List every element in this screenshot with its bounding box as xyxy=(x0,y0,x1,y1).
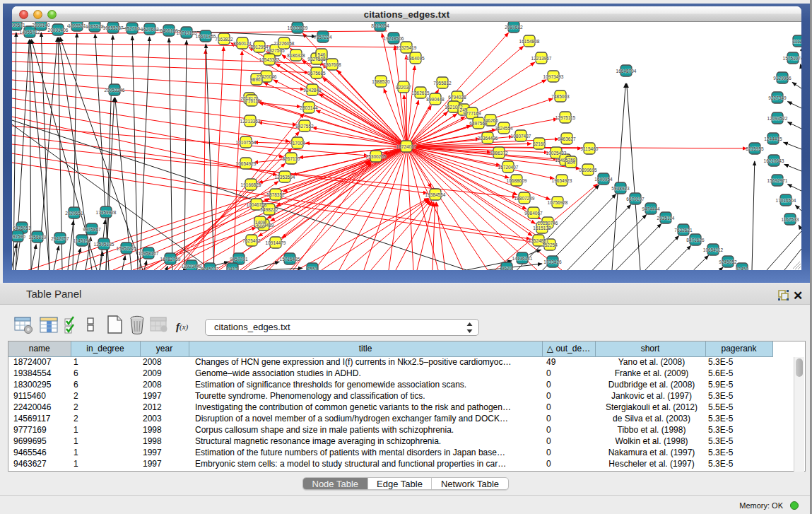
svg-text:10655287: 10655287 xyxy=(103,25,124,30)
svg-text:3624554: 3624554 xyxy=(495,126,513,131)
svg-text:2803144: 2803144 xyxy=(300,105,318,110)
svg-text:7625402: 7625402 xyxy=(242,238,261,243)
svg-text:62160: 62160 xyxy=(533,141,546,146)
svg-text:10756928: 10756928 xyxy=(548,200,568,205)
svg-text:9457791: 9457791 xyxy=(230,257,248,262)
svg-text:8813054: 8813054 xyxy=(371,23,389,28)
svg-text:18724007: 18724007 xyxy=(396,144,417,149)
svg-text:92450: 92450 xyxy=(736,267,748,271)
svg-text:6497568: 6497568 xyxy=(469,121,488,126)
svg-text:1640954: 1640954 xyxy=(594,177,613,182)
svg-text:17016504: 17016504 xyxy=(776,198,796,203)
svg-text:1615132: 1615132 xyxy=(533,226,551,230)
svg-text:19166825: 19166825 xyxy=(241,182,261,187)
svg-text:9084067: 9084067 xyxy=(524,211,543,216)
svg-text:2099140: 2099140 xyxy=(32,23,50,28)
svg-text:2935114: 2935114 xyxy=(657,216,675,221)
svg-text:8215955: 8215955 xyxy=(746,146,764,151)
svg-text:9474444: 9474444 xyxy=(642,206,660,211)
svg-text:1065521: 1065521 xyxy=(68,23,86,28)
svg-text:804: 804 xyxy=(567,160,575,165)
svg-text:9227349: 9227349 xyxy=(768,95,787,100)
svg-text:25300205: 25300205 xyxy=(366,154,387,159)
svg-text:10046758: 10046758 xyxy=(247,202,267,207)
svg-text:3675685: 3675685 xyxy=(307,71,326,76)
svg-text:7857224: 7857224 xyxy=(314,35,332,40)
svg-text:6794028: 6794028 xyxy=(448,95,466,100)
svg-text:1733426: 1733426 xyxy=(543,259,562,264)
svg-text:2942757: 2942757 xyxy=(51,236,69,241)
svg-text:1716116: 1716116 xyxy=(243,98,261,103)
svg-text:152760: 152760 xyxy=(124,26,140,31)
svg-text:9129966: 9129966 xyxy=(773,76,792,81)
svg-text:9413: 9413 xyxy=(228,267,238,271)
svg-text:12093522: 12093522 xyxy=(767,116,788,121)
svg-text:1588520: 1588520 xyxy=(372,79,390,84)
svg-text:12505135: 12505135 xyxy=(94,242,114,247)
svg-text:20053346: 20053346 xyxy=(105,88,125,93)
svg-text:15716485: 15716485 xyxy=(280,257,300,262)
svg-text:10958107: 10958107 xyxy=(139,251,159,256)
svg-text:8660124: 8660124 xyxy=(233,41,252,46)
svg-text:9115460: 9115460 xyxy=(581,146,599,151)
svg-text:822037: 822037 xyxy=(396,85,411,90)
svg-text:14136141: 14136141 xyxy=(512,256,533,261)
svg-text:12923448: 12923448 xyxy=(182,264,202,269)
svg-text:10807487: 10807487 xyxy=(511,134,531,139)
svg-text:7551: 7551 xyxy=(307,267,318,271)
svg-text:391590: 391590 xyxy=(12,234,25,239)
svg-text:19384554: 19384554 xyxy=(425,192,446,197)
svg-text:546: 546 xyxy=(318,52,326,57)
svg-text:5938923: 5938923 xyxy=(611,186,630,191)
svg-text:16154808: 16154808 xyxy=(519,39,540,44)
svg-text:17957225: 17957225 xyxy=(117,246,137,251)
svg-text:7986372: 7986372 xyxy=(490,151,508,156)
svg-text:10107554: 10107554 xyxy=(236,140,257,145)
svg-text:16033809: 16033809 xyxy=(288,25,308,30)
svg-text:8427552: 8427552 xyxy=(295,124,314,129)
svg-text:13325419: 13325419 xyxy=(396,45,417,50)
svg-text:8471626: 8471626 xyxy=(686,238,705,243)
svg-text:9245012: 9245012 xyxy=(201,267,219,271)
svg-text:1145194: 1145194 xyxy=(73,238,91,243)
svg-text:7955812: 7955812 xyxy=(433,81,452,86)
svg-text:7163822: 7163822 xyxy=(215,37,233,42)
svg-text:16210643: 16210643 xyxy=(764,158,784,163)
svg-text:11123: 11123 xyxy=(792,39,801,44)
svg-text:12213363: 12213363 xyxy=(240,119,261,124)
svg-text:1409: 1409 xyxy=(255,220,266,225)
svg-text:10543382: 10543382 xyxy=(259,57,280,62)
svg-text:10120746: 10120746 xyxy=(538,221,558,226)
svg-text:1362615: 1362615 xyxy=(411,90,430,95)
svg-text:9327505: 9327505 xyxy=(266,48,285,53)
svg-text:417004: 417004 xyxy=(290,141,305,146)
svg-text:10914479: 10914479 xyxy=(266,240,286,245)
svg-text:9463627: 9463627 xyxy=(558,136,576,141)
svg-text:10719155: 10719155 xyxy=(177,30,197,35)
svg-text:8990448: 8990448 xyxy=(426,97,445,102)
svg-text:20364436: 20364436 xyxy=(478,136,498,141)
svg-text:19218506: 19218506 xyxy=(384,36,404,41)
svg-text:9620: 9620 xyxy=(502,266,512,271)
svg-text:1244415: 1244415 xyxy=(764,136,782,141)
svg-text:7485003: 7485003 xyxy=(551,94,570,99)
svg-text:12975115: 12975115 xyxy=(555,115,576,120)
svg-text:5498222: 5498222 xyxy=(260,207,278,212)
svg-text:10688609: 10688609 xyxy=(507,178,527,183)
svg-text:1527602: 1527602 xyxy=(141,27,159,32)
svg-text:6679197: 6679197 xyxy=(626,197,645,201)
svg-text:9242848: 9242848 xyxy=(303,88,322,93)
svg-text:6435051: 6435051 xyxy=(13,226,31,230)
svg-text:2087682: 2087682 xyxy=(505,25,523,30)
svg-text:(x): (x) xyxy=(180,322,189,332)
svg-text:17359928: 17359928 xyxy=(96,210,117,215)
svg-text:9975867: 9975867 xyxy=(83,227,101,232)
svg-text:12353594: 12353594 xyxy=(275,175,295,180)
svg-text:10654923: 10654923 xyxy=(236,161,257,166)
svg-text:7632621: 7632621 xyxy=(674,228,693,233)
svg-text:1156819: 1156819 xyxy=(29,235,47,240)
svg-text:16782759: 16782759 xyxy=(160,257,181,262)
svg-text:23226058: 23226058 xyxy=(274,41,295,46)
svg-text:9245052: 9245052 xyxy=(719,259,737,264)
svg-text:10973493: 10973493 xyxy=(543,74,564,79)
